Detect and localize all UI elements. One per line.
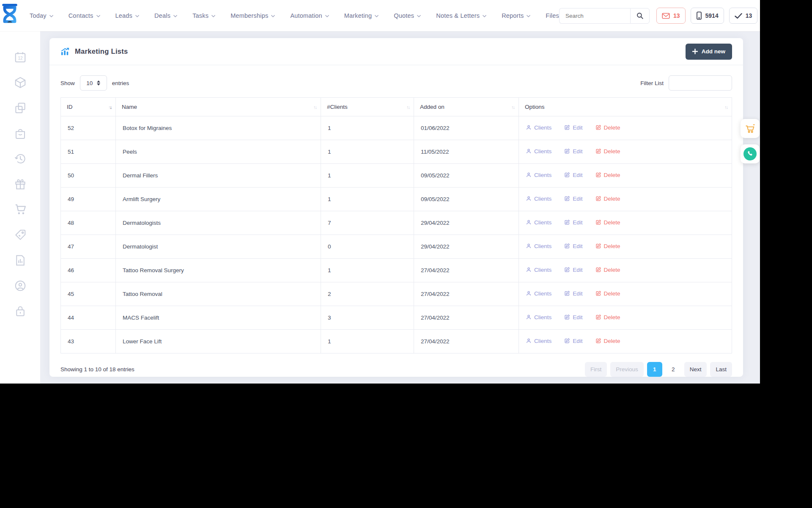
cell-clients: 0 xyxy=(321,235,414,259)
nav-item-contacts[interactable]: Contacts xyxy=(69,12,100,19)
delete-link[interactable]: Delete xyxy=(595,243,620,249)
delete-link[interactable]: Delete xyxy=(595,196,620,202)
nav-item-tasks[interactable]: Tasks xyxy=(192,12,215,19)
clients-link[interactable]: Clients xyxy=(526,148,551,155)
delete-link[interactable]: Delete xyxy=(595,290,620,297)
delete-link[interactable]: Delete xyxy=(595,314,620,320)
page-button-next[interactable]: Next xyxy=(684,362,707,377)
clients-link[interactable]: Clients xyxy=(526,172,551,178)
search-input[interactable] xyxy=(559,8,630,24)
delete-link[interactable]: Delete xyxy=(595,124,620,131)
table-row: 49Armlift Surgery109/05/2022ClientsEditD… xyxy=(61,188,732,211)
cell-id: 44 xyxy=(61,306,116,330)
clients-link[interactable]: Clients xyxy=(526,196,551,202)
edit-link[interactable]: Edit xyxy=(564,196,582,202)
column-header-name[interactable]: Name ↑↓ xyxy=(116,98,321,116)
card-footer: Showing 1 to 10 of 18 entries FirstPrevi… xyxy=(49,353,743,384)
column-header-id[interactable]: ID ↑↓ xyxy=(61,98,116,116)
delete-icon xyxy=(595,148,601,154)
edit-link[interactable]: Edit xyxy=(564,124,582,131)
clients-link[interactable]: Clients xyxy=(526,219,551,226)
page-button-previous: Previous xyxy=(610,362,644,377)
delete-link[interactable]: Delete xyxy=(595,172,620,178)
clients-link[interactable]: Clients xyxy=(526,338,551,344)
edit-link[interactable]: Edit xyxy=(564,267,582,273)
sidebar-item-calendar[interactable]: 12 xyxy=(13,50,27,64)
nav-item-marketing[interactable]: Marketing xyxy=(344,12,379,19)
edit-link[interactable]: Edit xyxy=(564,243,582,249)
nav-item-memberships[interactable]: Memberships xyxy=(230,12,275,19)
nav-item-automation[interactable]: Automation xyxy=(290,12,329,19)
user-icon xyxy=(526,172,532,178)
column-header-added-on[interactable]: Added on ↑↓ xyxy=(414,98,519,116)
cube-icon xyxy=(14,76,27,89)
topbar-badges: 13 5914 13 ? xyxy=(656,8,760,24)
delete-icon xyxy=(595,338,601,344)
nav-item-files[interactable]: Files xyxy=(546,12,559,19)
chevron-down-icon xyxy=(527,15,530,17)
clients-link[interactable]: Clients xyxy=(526,314,551,320)
edit-link[interactable]: Edit xyxy=(564,290,582,297)
sidebar-item-reports[interactable] xyxy=(13,253,27,268)
edit-link[interactable]: Edit xyxy=(564,172,582,178)
clients-link[interactable]: Clients xyxy=(526,267,551,273)
chevron-down-icon xyxy=(135,15,139,17)
column-header-clients[interactable]: #Clients ↑↓ xyxy=(321,98,414,116)
brand-logo[interactable] xyxy=(0,3,19,28)
cell-id: 49 xyxy=(61,188,116,211)
cell-clients: 1 xyxy=(321,164,414,188)
phone-badge[interactable]: 5914 xyxy=(691,8,724,24)
main-area: Marketing Lists Add new Show 10 entries … xyxy=(40,31,760,384)
sidebar-item-products[interactable] xyxy=(13,75,27,90)
nav-item-today[interactable]: Today xyxy=(30,12,53,19)
contact-fab-button[interactable] xyxy=(741,144,760,163)
cell-clients: 1 xyxy=(321,140,414,164)
edit-link[interactable]: Edit xyxy=(564,338,582,344)
user-icon xyxy=(526,243,532,249)
edit-link[interactable]: Edit xyxy=(564,148,582,155)
show-label: Show xyxy=(60,80,75,86)
nav-item-reports[interactable]: Reports xyxy=(502,12,530,19)
shop-fab-button[interactable] xyxy=(741,119,760,138)
sidebar-item-pricing[interactable] xyxy=(13,228,27,242)
edit-link[interactable]: Edit xyxy=(564,314,582,320)
sidebar-item-shop-orders[interactable] xyxy=(13,126,27,141)
cell-options: ClientsEditDelete xyxy=(519,164,732,188)
page-button-2[interactable]: 2 xyxy=(666,362,681,377)
sidebar-item-gift-vouchers[interactable] xyxy=(13,177,27,191)
delete-link[interactable]: Delete xyxy=(595,338,620,344)
delete-link[interactable]: Delete xyxy=(595,267,620,273)
tasks-badge[interactable]: 13 xyxy=(729,8,758,24)
sidebar-item-duplicates[interactable] xyxy=(13,101,27,115)
nav-item-leads[interactable]: Leads xyxy=(115,12,140,19)
chevron-down-icon xyxy=(417,15,421,17)
nav-item-notes-letters[interactable]: Notes & Letters xyxy=(436,12,486,19)
sidebar-item-security[interactable] xyxy=(13,304,27,318)
delete-link[interactable]: Delete xyxy=(595,219,620,226)
cell-options: ClientsEditDelete xyxy=(519,259,732,282)
app-window: TodayContactsLeadsDealsTasksMembershipsA… xyxy=(0,0,760,384)
page-button-1[interactable]: 1 xyxy=(647,362,662,377)
nav-item-quotes[interactable]: Quotes xyxy=(394,12,421,19)
add-new-button[interactable]: Add new xyxy=(686,44,732,60)
cart-icon xyxy=(14,203,27,216)
page-button-last[interactable]: Last xyxy=(710,362,732,377)
marketing-lists-table: ID ↑↓ Name ↑↓ #Clients ↑↓ xyxy=(60,97,732,353)
filter-input[interactable] xyxy=(669,75,732,91)
filter-group: Filter List xyxy=(640,75,732,91)
clients-link[interactable]: Clients xyxy=(526,290,551,297)
column-header-options[interactable]: Options ↑↓ xyxy=(519,98,732,116)
search-button[interactable] xyxy=(630,8,650,24)
page-size-select[interactable]: 10 xyxy=(80,75,107,91)
edit-link[interactable]: Edit xyxy=(564,219,582,226)
clients-link[interactable]: Clients xyxy=(526,243,551,249)
delete-link[interactable]: Delete xyxy=(595,148,620,155)
sidebar-item-cart[interactable] xyxy=(13,202,27,217)
marketing-lists-card: Marketing Lists Add new Show 10 entries … xyxy=(49,38,743,377)
sidebar-item-history[interactable] xyxy=(13,152,27,166)
messages-badge[interactable]: 13 xyxy=(656,8,686,24)
cell-name: Peels xyxy=(116,140,321,164)
sidebar-item-support[interactable] xyxy=(13,279,27,293)
nav-item-deals[interactable]: Deals xyxy=(154,12,177,19)
clients-link[interactable]: Clients xyxy=(526,124,551,131)
